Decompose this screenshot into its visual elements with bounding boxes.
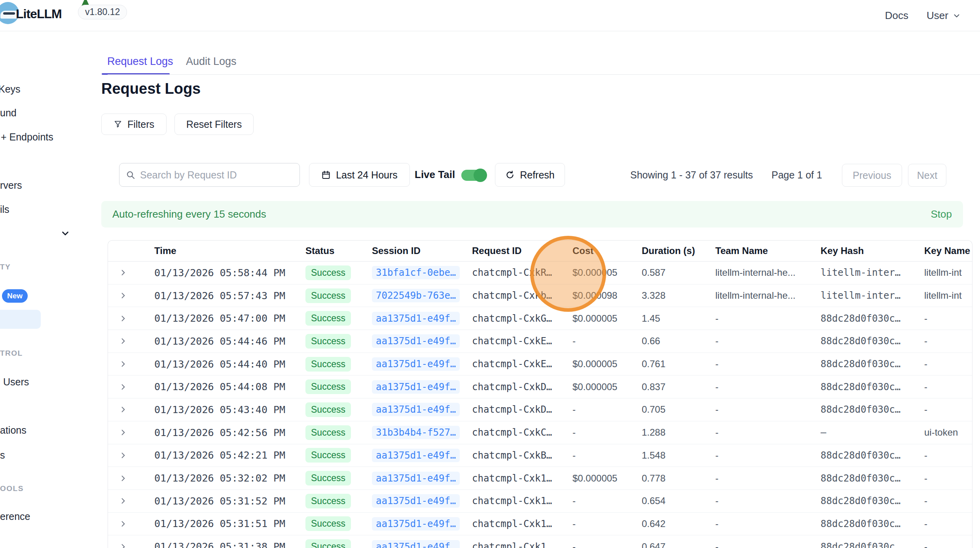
table-row[interactable]: 01/13/2026 05:44:46 PM Success aa1375d1-… <box>108 330 972 353</box>
tabs-divider <box>108 74 980 75</box>
table-row[interactable]: 01/13/2026 05:31:51 PM Success aa1375d1-… <box>108 513 972 536</box>
live-tail-toggle[interactable] <box>461 170 486 181</box>
expand-row-chevron-icon[interactable] <box>108 383 154 391</box>
session-id-link[interactable]: aa1375d1-e49f… <box>372 403 460 416</box>
sidebar-item-playground[interactable]: und <box>0 107 17 119</box>
refresh-button[interactable]: Refresh <box>495 163 565 187</box>
table-row[interactable]: 01/13/2026 05:43:40 PM Success aa1375d1-… <box>108 398 972 421</box>
cell-duration: 0.778 <box>642 473 715 484</box>
table-row[interactable]: 01/13/2026 05:42:56 PM Success 31b3b4b4-… <box>108 421 972 444</box>
expand-row-chevron-icon[interactable] <box>108 292 154 300</box>
cell-session-id: aa1375d1-e49f… <box>372 449 472 462</box>
session-id-link[interactable]: aa1375d1-e49f… <box>372 540 460 548</box>
table-row[interactable]: 01/13/2026 05:42:21 PM Success aa1375d1-… <box>108 444 972 467</box>
expand-row-chevron-icon[interactable] <box>108 315 154 322</box>
session-id-link[interactable]: aa1375d1-e49f… <box>372 380 460 394</box>
status-badge: Success <box>305 357 351 372</box>
reset-filters-button[interactable]: Reset Filters <box>174 114 254 135</box>
session-id-link[interactable]: aa1375d1-e49f… <box>372 472 460 485</box>
sidebar-active-item[interactable] <box>0 310 41 329</box>
sidebar-item-ils[interactable]: ils <box>0 204 9 215</box>
cell-key-name: - <box>924 473 972 484</box>
cell-team-name: - <box>715 336 821 347</box>
session-id-link[interactable]: 31b3b4b4-f527… <box>372 426 460 439</box>
expand-row-chevron-icon[interactable] <box>108 269 154 277</box>
status-badge: Success <box>305 425 351 440</box>
time-range-button[interactable]: Last 24 Hours <box>309 163 410 187</box>
search-input[interactable] <box>140 169 293 181</box>
session-id-link[interactable]: aa1375d1-e49f… <box>372 357 460 371</box>
sidebar-item-ations[interactable]: ations <box>0 425 27 436</box>
expand-row-chevron-icon[interactable] <box>108 474 154 482</box>
cell-duration: 0.705 <box>642 404 715 415</box>
table-row[interactable]: 01/13/2026 05:44:40 PM Success aa1375d1-… <box>108 353 972 376</box>
table-row[interactable]: 01/13/2026 05:32:02 PM Success aa1375d1-… <box>108 467 972 490</box>
user-menu[interactable]: User <box>927 9 961 22</box>
chevron-down-icon <box>952 11 961 20</box>
session-id-link[interactable]: 7022549b-763e… <box>372 289 460 302</box>
cell-team-name: - <box>715 404 821 415</box>
request-logs-table: Time Status Session ID Request ID Cost D… <box>108 240 972 548</box>
expand-row-chevron-icon[interactable] <box>108 337 154 345</box>
table-row[interactable]: 01/13/2026 05:31:38 PM Success aa1375d1-… <box>108 535 972 548</box>
cell-time: 01/13/2026 05:31:51 PM <box>154 518 305 529</box>
tab-request-logs[interactable]: Request Logs <box>107 55 173 68</box>
filters-button[interactable]: Filters <box>101 114 167 135</box>
cell-status: Success <box>305 357 372 372</box>
cell-key-name: - <box>924 541 972 548</box>
cell-session-id: aa1375d1-e49f… <box>372 517 472 531</box>
table-row[interactable]: 01/13/2026 05:31:52 PM Success aa1375d1-… <box>108 490 972 513</box>
cell-team-name: - <box>715 518 821 529</box>
table-row[interactable]: 01/13/2026 05:47:00 PM Success aa1375d1-… <box>108 307 972 330</box>
cell-status: Success <box>305 334 372 349</box>
col-cost: Cost <box>572 245 642 256</box>
expand-row-chevron-icon[interactable] <box>108 451 154 459</box>
session-id-link[interactable]: aa1375d1-e49f… <box>372 312 460 325</box>
cell-team-name: litellm-internal-he... <box>715 267 821 278</box>
sidebar-item-users[interactable]: Users <box>3 376 29 388</box>
cell-status: Success <box>305 402 372 417</box>
table-row[interactable]: 01/13/2026 05:44:08 PM Success aa1375d1-… <box>108 375 972 398</box>
cell-time: 01/13/2026 05:44:40 PM <box>154 358 305 370</box>
session-id-link[interactable]: aa1375d1-e49f… <box>372 334 460 348</box>
table-row[interactable]: 01/13/2026 05:58:44 PM Success 31bfa1cf-… <box>108 262 972 284</box>
cell-duration: 0.654 <box>642 495 715 506</box>
expand-row-chevron-icon[interactable] <box>108 360 154 368</box>
auto-refresh-banner: Auto-refreshing every 15 seconds Stop <box>101 201 963 228</box>
sidebar-item-keys[interactable]: Keys <box>0 83 21 95</box>
session-id-link[interactable]: aa1375d1-e49f… <box>372 449 460 462</box>
sidebar-item-servers[interactable]: rvers <box>0 180 22 191</box>
session-id-link[interactable]: aa1375d1-e49f… <box>372 494 460 508</box>
cell-status: Success <box>305 311 372 326</box>
results-count: Showing 1 - 37 of 37 results <box>630 169 753 181</box>
cell-duration: 0.642 <box>642 518 715 529</box>
next-page-button[interactable]: Next <box>908 164 946 187</box>
cell-key-name: - <box>924 404 972 415</box>
cell-request-id: chatcmpl-CxkE… <box>472 358 572 370</box>
sidebar-item-endpoints[interactable]: + Endpoints <box>1 131 53 143</box>
sidebar-item-s[interactable]: s <box>0 449 5 461</box>
session-id-link[interactable]: aa1375d1-e49f… <box>372 517 460 531</box>
cell-request-id: chatcmpl-CxkB… <box>472 450 572 461</box>
cell-request-id: chatcmpl-Cxk1… <box>472 495 572 506</box>
expand-row-chevron-icon[interactable] <box>108 429 154 436</box>
tab-audit-logs[interactable]: Audit Logs <box>186 55 237 68</box>
session-id-link[interactable]: 31bfa1cf-0ebe… <box>372 266 460 279</box>
previous-page-button[interactable]: Previous <box>842 164 902 187</box>
cell-cost: - <box>572 541 642 548</box>
docs-link[interactable]: Docs <box>885 9 908 22</box>
table-row[interactable]: 01/13/2026 05:57:43 PM Success 7022549b-… <box>108 284 972 307</box>
expand-row-chevron-icon[interactable] <box>108 406 154 413</box>
sidebar-chevron-down-icon[interactable] <box>60 228 70 239</box>
live-tail-label: Live Tail <box>415 169 455 181</box>
sidebar-item-erence[interactable]: erence <box>0 511 30 522</box>
status-badge: Success <box>305 494 351 508</box>
expand-row-chevron-icon[interactable] <box>108 497 154 505</box>
expand-row-chevron-icon[interactable] <box>108 543 154 548</box>
cell-time: 01/13/2026 05:58:44 PM <box>154 267 305 279</box>
status-badge: Success <box>305 265 351 280</box>
cell-cost: - <box>572 495 642 506</box>
stop-auto-refresh-link[interactable]: Stop <box>931 208 952 220</box>
cell-request-id: chatcmpl-CxkC… <box>472 427 572 438</box>
expand-row-chevron-icon[interactable] <box>108 520 154 528</box>
